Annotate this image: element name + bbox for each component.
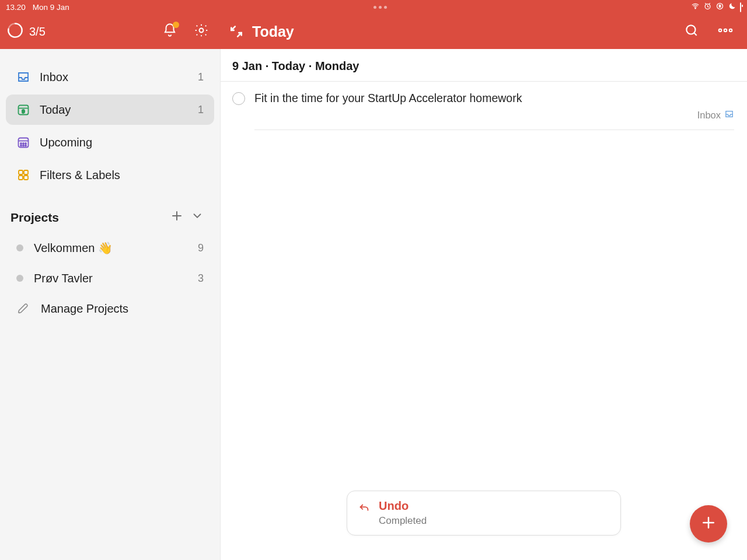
svg-rect-19 xyxy=(19,170,23,174)
task-title: Fit in the time for your StartUp Acceler… xyxy=(254,91,734,106)
calendar-upcoming-icon xyxy=(16,135,30,149)
project-count: 3 xyxy=(198,272,204,285)
main-panel: 9 Jan · Today · Monday Fit in the time f… xyxy=(221,49,747,560)
svg-point-17 xyxy=(23,145,24,146)
undo-toast[interactable]: Undo Completed xyxy=(347,491,621,536)
sidebar-item-inbox[interactable]: Inbox 1 xyxy=(6,62,214,92)
more-options-button[interactable] xyxy=(717,23,734,40)
svg-point-7 xyxy=(719,29,722,32)
status-date: Mon 9 Jan xyxy=(33,3,69,12)
sidebar-item-label: Filters & Labels xyxy=(40,169,120,182)
calendar-today-icon: 9 xyxy=(16,103,30,117)
project-label: Prøv Tavler xyxy=(34,272,93,285)
status-bar: 13.20 Mon 9 Jan xyxy=(0,0,747,14)
toast-title: Undo xyxy=(379,499,427,513)
svg-point-0 xyxy=(695,8,696,9)
svg-point-6 xyxy=(686,25,695,34)
svg-rect-21 xyxy=(19,176,23,180)
svg-point-18 xyxy=(25,145,26,146)
toast-subtitle: Completed xyxy=(379,515,427,527)
svg-rect-20 xyxy=(24,170,28,174)
settings-button[interactable] xyxy=(194,23,209,40)
search-button[interactable] xyxy=(684,23,699,40)
view-title: Today xyxy=(252,23,684,40)
inbox-icon xyxy=(724,109,734,121)
sidebar: Inbox 1 9 Today 1 Upcoming xyxy=(0,49,221,560)
notification-dot-icon xyxy=(173,22,179,28)
sidebar-item-today[interactable]: 9 Today 1 xyxy=(6,94,214,125)
project-label: Velkommen 👋 xyxy=(34,241,113,255)
svg-point-9 xyxy=(729,29,732,32)
sidebar-item-label: Today xyxy=(40,103,71,117)
notifications-button[interactable] xyxy=(162,23,177,40)
main-toolbar: Today xyxy=(221,14,747,49)
alarm-icon xyxy=(703,2,712,12)
project-color-dot-icon xyxy=(16,244,23,251)
project-count: 9 xyxy=(198,242,204,254)
task-row[interactable]: Fit in the time for your StartUp Acceler… xyxy=(221,82,747,130)
plus-icon xyxy=(700,514,717,534)
add-project-button[interactable] xyxy=(170,209,184,226)
dnd-moon-icon xyxy=(728,2,736,12)
manage-projects-label: Manage Projects xyxy=(41,302,128,316)
task-checkbox[interactable] xyxy=(232,92,245,105)
status-time: 13.20 xyxy=(6,3,26,12)
sidebar-item-label: Inbox xyxy=(40,71,68,84)
manage-projects-button[interactable]: Manage Projects xyxy=(6,293,214,324)
orientation-lock-icon xyxy=(715,2,724,12)
projects-header[interactable]: Projects xyxy=(6,192,214,233)
svg-point-15 xyxy=(25,143,26,144)
project-item[interactable]: Prøv Tavler 3 xyxy=(6,263,214,293)
progress-text[interactable]: 3/5 xyxy=(29,25,162,38)
battery-icon xyxy=(740,3,741,12)
collapse-projects-button[interactable] xyxy=(191,209,204,225)
sidebar-item-count: 1 xyxy=(198,104,204,116)
svg-point-5 xyxy=(200,29,204,33)
date-header: 9 Jan · Today · Monday xyxy=(221,49,747,82)
svg-point-14 xyxy=(23,143,24,144)
collapse-sidebar-button[interactable] xyxy=(229,24,244,39)
pencil-icon xyxy=(16,302,30,316)
svg-rect-22 xyxy=(24,176,28,180)
grid-icon xyxy=(16,168,30,182)
svg-point-8 xyxy=(724,29,727,32)
svg-text:9: 9 xyxy=(22,108,25,114)
sidebar-item-filters[interactable]: Filters & Labels xyxy=(6,160,214,190)
sidebar-item-count: 1 xyxy=(198,71,204,83)
sidebar-item-upcoming[interactable]: Upcoming xyxy=(6,127,214,158)
inbox-icon xyxy=(16,70,30,84)
project-color-dot-icon xyxy=(16,275,23,282)
task-project-label[interactable]: Inbox xyxy=(697,110,721,121)
project-item[interactable]: Velkommen 👋 9 xyxy=(6,233,214,263)
svg-point-13 xyxy=(20,143,22,144)
wifi-icon xyxy=(691,2,700,12)
multitask-dots[interactable] xyxy=(69,6,691,9)
projects-header-label: Projects xyxy=(11,211,59,225)
svg-point-16 xyxy=(20,145,22,146)
add-task-fab[interactable] xyxy=(690,505,727,542)
undo-icon xyxy=(358,502,371,517)
sidebar-toolbar: 3/5 xyxy=(0,14,221,49)
sidebar-item-label: Upcoming xyxy=(40,136,92,149)
progress-indicator[interactable] xyxy=(7,22,29,41)
